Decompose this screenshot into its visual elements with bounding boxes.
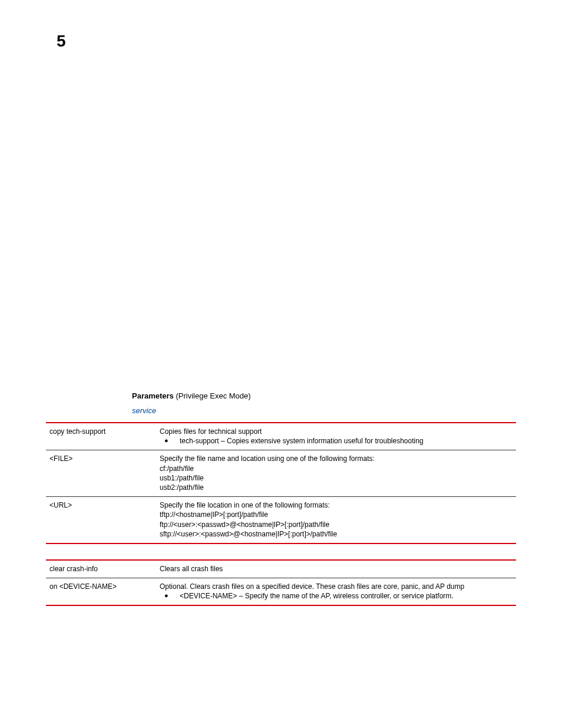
page: 5 Parameters (Privilege Exec Mode) servi… [0, 0, 562, 728]
bullet-icon: ● [160, 591, 180, 601]
desc-line: sftp://<user>:<passwd>@<hostname|IP>[:po… [160, 529, 513, 539]
table-row: on <DEVICE-NAME> Optional. Clears crash … [46, 578, 516, 606]
parameters-table-2: clear crash-info Clears all crash files … [46, 559, 516, 607]
param-desc: Copies files for technical support ● tec… [156, 423, 516, 450]
desc-line: ftp://<user>:<passwd>@<hostname|IP>[:por… [160, 520, 513, 529]
chapter-number: 5 [57, 33, 516, 50]
param-desc: Optional. Clears crash files on a specif… [156, 578, 516, 606]
section-header-block: Parameters (Privilege Exec Mode) service [132, 391, 516, 415]
parameters-table-1: copy tech-support Copies files for techn… [46, 422, 516, 544]
desc-line: usb2:/path/file [160, 483, 513, 492]
param-name: clear crash-info [46, 560, 156, 578]
param-desc: Specify the file location in one of the … [156, 497, 516, 543]
param-name: <URL> [46, 497, 156, 543]
table-row: clear crash-info Clears all crash files [46, 560, 516, 578]
desc-line: tftp://<hostname|IP>[:port]/path/file [160, 510, 513, 519]
param-name: on <DEVICE-NAME> [46, 578, 156, 606]
table-row: <FILE> Specify the file name and locatio… [46, 450, 516, 497]
bullet-item: ● <DEVICE-NAME> – Specify the name of th… [160, 591, 513, 601]
service-link[interactable]: service [132, 406, 516, 415]
param-name: <FILE> [46, 450, 156, 497]
table-row: copy tech-support Copies files for techn… [46, 423, 516, 450]
parameters-mode: (Privilege Exec Mode) [174, 391, 251, 400]
desc-line: Optional. Clears crash files on a specif… [160, 582, 513, 591]
param-desc: Clears all crash files [156, 560, 516, 578]
desc-line: Copies files for technical support [160, 427, 513, 436]
bullet-icon: ● [160, 436, 180, 446]
bullet-text: <DEVICE-NAME> – Specify the name of the … [180, 591, 513, 601]
param-desc: Specify the file name and location using… [156, 450, 516, 497]
table-row: <URL> Specify the file location in one o… [46, 497, 516, 543]
desc-line: Specify the file name and location using… [160, 454, 513, 463]
desc-line: Specify the file location in one of the … [160, 500, 513, 510]
param-name: copy tech-support [46, 423, 156, 450]
bullet-text: tech-support – Copies extensive system i… [180, 436, 513, 446]
desc-line: usb1:/path/file [160, 473, 513, 483]
desc-line: Clears all crash files [160, 564, 513, 574]
desc-line: cf:/path/file [160, 464, 513, 473]
bullet-item: ● tech-support – Copies extensive system… [160, 436, 513, 446]
parameters-heading: Parameters (Privilege Exec Mode) [132, 391, 516, 400]
parameters-label: Parameters [132, 391, 174, 400]
